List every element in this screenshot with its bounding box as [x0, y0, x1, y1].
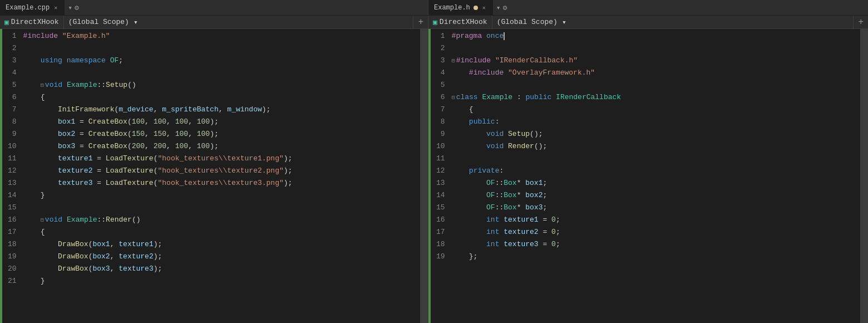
scope-text-left: DirectXHook [11, 18, 59, 26]
code-line-r13: OF::Box* box1; [452, 177, 860, 189]
dropdown-arrow-icon[interactable]: ▾ [68, 3, 72, 12]
code-line-10: box3 = CreateBox(200, 200, 100, 100); [23, 140, 420, 153]
code-line-15 [23, 202, 420, 214]
code-line-7: InitFramework(m_device, m_spriteBatch, m… [23, 104, 420, 116]
code-line-8: box1 = CreateBox(100, 100, 100, 100); [23, 116, 420, 128]
code-line-r17: int texture2 = 0; [452, 226, 860, 238]
dropdown-arrow-icon[interactable]: ▾ [496, 3, 501, 12]
tab-bar: Example.cpp ✕ ▾ ⚙ Example.h ✕ ▾ ⚙ [0, 0, 868, 16]
code-line-r4: #include "OverlayFramework.h" [452, 67, 860, 79]
right-toolbar: ▣ DirectXHook (Global Scope) ▾ + [428, 16, 868, 28]
scope-label-right: ▣ DirectXHook [428, 16, 492, 28]
code-line-12: texture2 = LoadTexture("hook_textures\\t… [23, 165, 420, 177]
code-line-14: } [23, 189, 420, 202]
left-editor-panel: 12345 678910 1112131415 1617181920 21 #i… [0, 29, 428, 323]
global-scope-right[interactable]: (Global Scope) ▾ [492, 16, 854, 28]
tab-bar-controls-right: ▾ ⚙ [493, 3, 511, 12]
code-line-r16: int texture1 = 0; [452, 214, 860, 226]
scope-icon-left: ▣ [4, 18, 9, 27]
code-line-r19: }; [452, 251, 860, 263]
code-line-r12: private: [452, 165, 860, 177]
code-line-21: } [23, 275, 420, 287]
settings-icon[interactable]: ⚙ [75, 3, 79, 12]
code-line-6: { [23, 91, 420, 104]
scope-dropdown-icon: ▾ [134, 18, 138, 27]
scope-dropdown-icon-right: ▾ [562, 18, 566, 27]
code-line-r14: OF::Box* box2; [452, 189, 860, 202]
settings-icon[interactable]: ⚙ [503, 3, 507, 12]
scope-label-left: ▣ DirectXHook [0, 16, 64, 28]
code-line-r1: #pragma once [452, 30, 860, 42]
code-line-r5 [452, 79, 860, 91]
code-line-1: #include "Example.h" [23, 30, 420, 42]
code-line-r15: OF::Box* box3; [452, 202, 860, 214]
code-line-13: texture3 = LoadTexture("hook_textures\\t… [23, 177, 420, 189]
left-scrollbar[interactable] [420, 29, 428, 323]
code-line-r11 [452, 153, 860, 165]
left-toolbar: ▣ DirectXHook (Global Scope) ▾ + [0, 16, 428, 28]
tab-close-btn[interactable]: ✕ [53, 4, 58, 12]
add-editor-btn-left[interactable]: + [413, 17, 428, 27]
left-tab-bar: Example.cpp ✕ ▾ ⚙ [0, 0, 428, 15]
right-editor-panel: 12345 678910 1112131415 16171819 #pragma… [428, 29, 868, 323]
code-line-5: ⊟void Example::Setup() [23, 79, 420, 91]
right-tab-bar: Example.h ✕ ▾ ⚙ [428, 0, 868, 15]
code-line-2 [23, 42, 420, 55]
tab-example-cpp[interactable]: Example.cpp ✕ [0, 0, 65, 15]
tab-close-btn[interactable]: ✕ [481, 4, 487, 12]
code-line-r2 [452, 42, 860, 55]
code-line-r3: ⊟#include "IRenderCallback.h" [452, 55, 860, 67]
scope-text-right: DirectXHook [440, 18, 487, 26]
code-line-r6: ⊟class Example : public IRenderCallback [452, 91, 860, 104]
toolbar-row: ▣ DirectXHook (Global Scope) ▾ + ▣ Direc… [0, 16, 868, 29]
right-code-area: 12345 678910 1112131415 16171819 #pragma… [428, 29, 868, 323]
tab-modified-indicator [474, 6, 478, 10]
code-line-r7: { [452, 104, 860, 116]
right-line-numbers: 12345 678910 1112131415 16171819 [431, 29, 451, 323]
global-scope-label-right: (Global Scope) [497, 18, 558, 26]
right-code-lines[interactable]: #pragma once ⊟#include "IRenderCallback.… [451, 29, 860, 323]
code-line-9: box2 = CreateBox(150, 150, 100, 100); [23, 128, 420, 140]
scope-icon-right: ▣ [433, 18, 437, 27]
tab-example-h[interactable]: Example.h ✕ [428, 0, 493, 15]
code-line-3: using namespace OF; [23, 55, 420, 67]
code-line-20: DrawBox(box3, texture3); [23, 263, 420, 275]
code-line-r18: int texture3 = 0; [452, 238, 860, 251]
tab-bar-controls-left: ▾ ⚙ [65, 3, 82, 12]
code-line-11: texture1 = LoadTexture("hook_textures\\t… [23, 153, 420, 165]
left-code-lines[interactable]: #include "Example.h" using namespace OF;… [22, 29, 420, 323]
code-line-4 [23, 67, 420, 79]
panels-container: 12345 678910 1112131415 1617181920 21 #i… [0, 29, 868, 323]
code-line-r8: public: [452, 116, 860, 128]
global-scope-left[interactable]: (Global Scope) ▾ [64, 16, 414, 28]
left-line-numbers: 12345 678910 1112131415 1617181920 21 [2, 29, 22, 323]
tab-label: Example.cpp [6, 4, 50, 12]
code-line-17: { [23, 226, 420, 238]
code-line-r9: void Setup(); [452, 128, 860, 140]
global-scope-label-left: (Global Scope) [68, 18, 129, 26]
tab-label: Example.h [434, 4, 470, 12]
add-editor-btn-right[interactable]: + [854, 17, 868, 27]
left-code-area: 12345 678910 1112131415 1617181920 21 #i… [0, 29, 428, 323]
code-line-18: DrawBox(box1, texture1); [23, 238, 420, 251]
code-line-19: DrawBox(box2, texture2); [23, 251, 420, 263]
right-scrollbar[interactable] [860, 29, 868, 323]
code-line-16: ⊟void Example::Render() [23, 214, 420, 226]
code-line-r10: void Render(); [452, 140, 860, 153]
